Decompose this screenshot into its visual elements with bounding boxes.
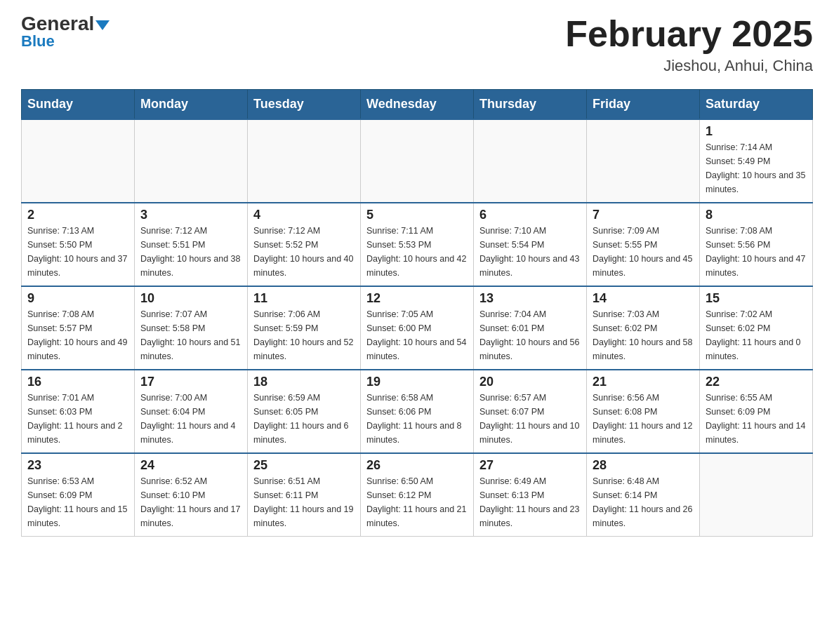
sun-info: Sunrise: 7:00 AMSunset: 6:04 PMDaylight:… (140, 391, 241, 447)
day-number: 11 (253, 291, 355, 306)
sun-info: Sunrise: 6:51 AMSunset: 6:11 PMDaylight:… (253, 474, 355, 530)
sun-info: Sunrise: 7:13 AMSunset: 5:50 PMDaylight:… (27, 224, 128, 280)
calendar-day-cell: 13Sunrise: 7:04 AMSunset: 6:01 PMDayligh… (474, 286, 587, 370)
calendar-day-cell: 20Sunrise: 6:57 AMSunset: 6:07 PMDayligh… (474, 370, 587, 453)
day-number: 13 (479, 291, 581, 306)
day-number: 18 (253, 375, 355, 389)
sun-info: Sunrise: 6:48 AMSunset: 6:14 PMDaylight:… (593, 474, 694, 530)
day-number: 23 (27, 458, 128, 473)
calendar-day-cell: 21Sunrise: 6:56 AMSunset: 6:08 PMDayligh… (587, 370, 700, 453)
calendar-day-cell: 9Sunrise: 7:08 AMSunset: 5:57 PMDaylight… (22, 286, 135, 370)
calendar-day-cell: 16Sunrise: 7:01 AMSunset: 6:03 PMDayligh… (22, 370, 135, 453)
logo-blue-text: Blue (21, 32, 55, 51)
location-label: Jieshou, Anhui, China (565, 57, 813, 75)
sun-info: Sunrise: 7:14 AMSunset: 5:49 PMDaylight:… (706, 140, 807, 196)
day-number: 3 (140, 208, 241, 222)
day-number: 20 (479, 375, 581, 389)
day-number: 25 (253, 458, 355, 473)
day-number: 14 (593, 291, 694, 306)
sun-info: Sunrise: 7:01 AMSunset: 6:03 PMDaylight:… (27, 391, 128, 447)
sun-info: Sunrise: 7:12 AMSunset: 5:51 PMDaylight:… (140, 224, 241, 280)
calendar-day-cell: 18Sunrise: 6:59 AMSunset: 6:05 PMDayligh… (248, 370, 361, 453)
title-block: February 2025 Jieshou, Anhui, China (565, 14, 813, 75)
calendar-day-cell: 27Sunrise: 6:49 AMSunset: 6:13 PMDayligh… (474, 453, 587, 537)
calendar-day-cell: 2Sunrise: 7:13 AMSunset: 5:50 PMDaylight… (22, 203, 135, 286)
calendar-day-cell: 3Sunrise: 7:12 AMSunset: 5:51 PMDaylight… (135, 203, 248, 286)
day-number: 17 (140, 375, 241, 389)
calendar-day-cell: 5Sunrise: 7:11 AMSunset: 5:53 PMDaylight… (361, 203, 474, 286)
calendar-day-cell: 11Sunrise: 7:06 AMSunset: 5:59 PMDayligh… (248, 286, 361, 370)
sun-info: Sunrise: 7:12 AMSunset: 5:52 PMDaylight:… (253, 224, 355, 280)
calendar-day-cell: 23Sunrise: 6:53 AMSunset: 6:09 PMDayligh… (22, 453, 135, 537)
calendar-header-row: Sunday Monday Tuesday Wednesday Thursday… (22, 90, 813, 120)
calendar-day-cell: 25Sunrise: 6:51 AMSunset: 6:11 PMDayligh… (248, 453, 361, 537)
sun-info: Sunrise: 7:09 AMSunset: 5:55 PMDaylight:… (593, 224, 694, 280)
day-number: 26 (366, 458, 468, 473)
day-number: 2 (27, 208, 128, 222)
day-number: 4 (253, 208, 355, 222)
calendar-day-cell (361, 119, 474, 203)
calendar-day-cell: 4Sunrise: 7:12 AMSunset: 5:52 PMDaylight… (248, 203, 361, 286)
sun-info: Sunrise: 6:53 AMSunset: 6:09 PMDaylight:… (27, 474, 128, 530)
logo-general-text: General (21, 14, 110, 34)
col-sunday: Sunday (22, 90, 135, 120)
logo: General Blue (21, 14, 110, 51)
day-number: 10 (140, 291, 241, 306)
col-friday: Friday (587, 90, 700, 120)
calendar-day-cell: 24Sunrise: 6:52 AMSunset: 6:10 PMDayligh… (135, 453, 248, 537)
sun-info: Sunrise: 7:05 AMSunset: 6:00 PMDaylight:… (366, 307, 468, 363)
calendar-day-cell (587, 119, 700, 203)
day-number: 9 (27, 291, 128, 306)
calendar-day-cell (474, 119, 587, 203)
day-number: 5 (366, 208, 468, 222)
calendar-day-cell: 6Sunrise: 7:10 AMSunset: 5:54 PMDaylight… (474, 203, 587, 286)
sun-info: Sunrise: 7:02 AMSunset: 6:02 PMDaylight:… (706, 307, 807, 363)
sun-info: Sunrise: 6:58 AMSunset: 6:06 PMDaylight:… (366, 391, 468, 447)
day-number: 28 (593, 458, 694, 473)
day-number: 8 (706, 208, 807, 222)
day-number: 24 (140, 458, 241, 473)
day-number: 7 (593, 208, 694, 222)
calendar-week-row: 23Sunrise: 6:53 AMSunset: 6:09 PMDayligh… (22, 453, 813, 537)
day-number: 27 (479, 458, 581, 473)
calendar-day-cell: 17Sunrise: 7:00 AMSunset: 6:04 PMDayligh… (135, 370, 248, 453)
calendar-day-cell: 28Sunrise: 6:48 AMSunset: 6:14 PMDayligh… (587, 453, 700, 537)
day-number: 16 (27, 375, 128, 389)
calendar-day-cell: 12Sunrise: 7:05 AMSunset: 6:00 PMDayligh… (361, 286, 474, 370)
sun-info: Sunrise: 7:04 AMSunset: 6:01 PMDaylight:… (479, 307, 581, 363)
sun-info: Sunrise: 7:06 AMSunset: 5:59 PMDaylight:… (253, 307, 355, 363)
logo-triangle-icon (95, 20, 110, 30)
sun-info: Sunrise: 6:56 AMSunset: 6:08 PMDaylight:… (593, 391, 694, 447)
sun-info: Sunrise: 7:03 AMSunset: 6:02 PMDaylight:… (593, 307, 694, 363)
month-title: February 2025 (565, 14, 813, 54)
calendar-day-cell: 14Sunrise: 7:03 AMSunset: 6:02 PMDayligh… (587, 286, 700, 370)
day-number: 6 (479, 208, 581, 222)
day-number: 1 (706, 124, 807, 139)
sun-info: Sunrise: 7:08 AMSunset: 5:57 PMDaylight:… (27, 307, 128, 363)
day-number: 19 (366, 375, 468, 389)
sun-info: Sunrise: 6:52 AMSunset: 6:10 PMDaylight:… (140, 474, 241, 530)
calendar-week-row: 2Sunrise: 7:13 AMSunset: 5:50 PMDaylight… (22, 203, 813, 286)
calendar-day-cell: 7Sunrise: 7:09 AMSunset: 5:55 PMDaylight… (587, 203, 700, 286)
day-number: 15 (706, 291, 807, 306)
col-wednesday: Wednesday (361, 90, 474, 120)
col-saturday: Saturday (700, 90, 813, 120)
calendar-day-cell (135, 119, 248, 203)
calendar-week-row: 1Sunrise: 7:14 AMSunset: 5:49 PMDaylight… (22, 119, 813, 203)
sun-info: Sunrise: 6:59 AMSunset: 6:05 PMDaylight:… (253, 391, 355, 447)
calendar-day-cell: 1Sunrise: 7:14 AMSunset: 5:49 PMDaylight… (700, 119, 813, 203)
col-thursday: Thursday (474, 90, 587, 120)
page-header: General Blue February 2025 Jieshou, Anhu… (21, 14, 813, 75)
calendar-week-row: 9Sunrise: 7:08 AMSunset: 5:57 PMDaylight… (22, 286, 813, 370)
sun-info: Sunrise: 7:10 AMSunset: 5:54 PMDaylight:… (479, 224, 581, 280)
calendar-day-cell: 8Sunrise: 7:08 AMSunset: 5:56 PMDaylight… (700, 203, 813, 286)
calendar-day-cell: 10Sunrise: 7:07 AMSunset: 5:58 PMDayligh… (135, 286, 248, 370)
col-monday: Monday (135, 90, 248, 120)
calendar-day-cell: 22Sunrise: 6:55 AMSunset: 6:09 PMDayligh… (700, 370, 813, 453)
day-number: 22 (706, 375, 807, 389)
calendar-day-cell (248, 119, 361, 203)
sun-info: Sunrise: 6:50 AMSunset: 6:12 PMDaylight:… (366, 474, 468, 530)
sun-info: Sunrise: 6:49 AMSunset: 6:13 PMDaylight:… (479, 474, 581, 530)
calendar-table: Sunday Monday Tuesday Wednesday Thursday… (21, 89, 813, 537)
calendar-day-cell: 19Sunrise: 6:58 AMSunset: 6:06 PMDayligh… (361, 370, 474, 453)
